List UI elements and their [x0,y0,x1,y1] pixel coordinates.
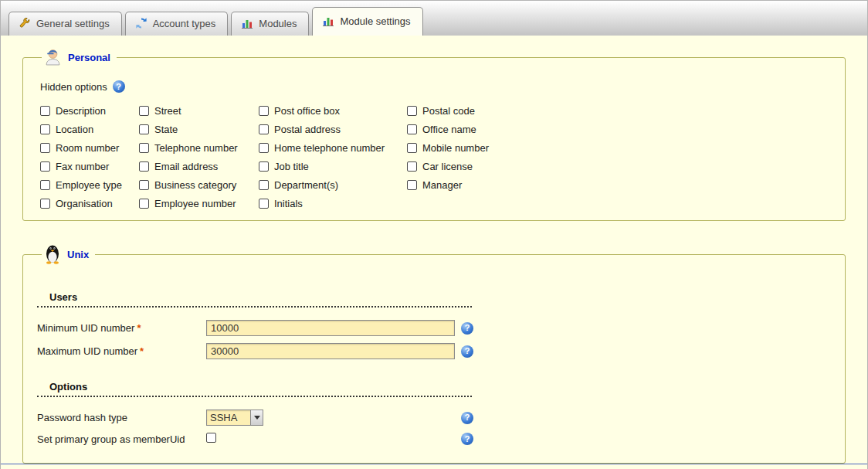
help-icon[interactable]: ? [113,80,125,93]
checkbox[interactable] [259,199,269,209]
checkbox[interactable] [139,124,149,134]
checkbox-label: State [154,124,178,135]
checkbox[interactable] [407,161,417,172]
unix-section: Unix Users Minimum UID number* ? Maximum… [22,243,846,464]
wrench-icon [19,17,31,29]
checkbox-telephone-number[interactable]: Telephone number [139,142,259,154]
tux-penguin-icon [43,243,62,267]
checkbox-mobile-number[interactable]: Mobile number [407,142,831,154]
checkbox-email-address[interactable]: Email address [139,161,259,172]
lam-configuration-page: General settings Account types [0,0,868,469]
maximum-uid-control [206,343,461,359]
bar-chart-icon [322,15,334,27]
checkbox[interactable] [407,106,417,116]
checkbox-office-name[interactable]: Office name [407,124,831,135]
checkbox-location[interactable]: Location [40,124,139,135]
checkbox[interactable] [139,180,149,190]
field-label-text: Maximum UID number [37,345,137,357]
checkbox-label: Employee number [154,198,236,209]
checkbox-state[interactable]: State [139,124,259,135]
help-icon[interactable]: ? [461,345,473,358]
member-uid-label: Set primary group as memberUid [37,433,206,445]
checkbox-home-telephone-number[interactable]: Home telephone number [259,142,407,154]
checkbox[interactable] [40,161,50,172]
checkbox[interactable] [139,199,149,209]
checkbox[interactable] [40,143,50,153]
checkbox-fax-number[interactable]: Fax number [40,161,139,172]
checkbox[interactable] [259,106,269,116]
checkbox[interactable] [259,161,269,172]
checkbox[interactable] [259,180,269,190]
tab-general-settings[interactable]: General settings [8,12,122,36]
checkbox-initials[interactable]: Initials [259,198,407,209]
checkbox-label: Telephone number [154,142,238,154]
tab-modules[interactable]: Modules [231,12,309,36]
maximum-uid-input[interactable] [206,343,455,359]
checkbox[interactable] [139,106,149,116]
minimum-uid-row: Minimum UID number* ? [37,320,831,336]
checkbox-business-category[interactable]: Business category [139,179,259,191]
options-section-title: Options [37,379,472,397]
hidden-options-checkbox-grid: Description Street Post office box Posta… [40,105,831,209]
chevron-down-icon [254,416,260,420]
tab-label: Module settings [340,15,410,27]
help-icon[interactable]: ? [461,322,473,335]
checkbox-label: Street [154,105,181,117]
module-settings-content: Personal Hidden options ? Description St… [1,36,867,464]
maximum-uid-label: Maximum UID number* [37,345,206,357]
checkbox-employee-number[interactable]: Employee number [139,198,259,209]
checkbox-post-office-box[interactable]: Post office box [259,105,407,117]
checkbox-manager[interactable]: Manager [407,179,831,191]
checkbox-label: Job title [274,161,309,172]
settings-tabbar: General settings Account types [1,1,867,36]
checkbox-departments[interactable]: Department(s) [259,179,407,191]
member-uid-checkbox[interactable] [206,433,216,443]
checkbox-car-license[interactable]: Car license [407,161,831,172]
checkbox-postal-code[interactable]: Postal code [407,105,831,117]
password-hash-row: Password hash type SSHA ? [37,410,831,426]
checkbox-label: Employee type [56,179,122,191]
checkbox-employee-type[interactable]: Employee type [40,179,139,191]
checkbox[interactable] [259,124,269,134]
required-marker: * [140,345,144,357]
checkbox-label: Home telephone number [274,142,385,154]
checkbox[interactable] [407,180,417,190]
checkbox-organisation[interactable]: Organisation [40,198,139,209]
checkbox[interactable] [40,106,50,116]
tab-account-types[interactable]: Account types [125,12,229,36]
tab-module-settings[interactable]: Module settings [312,7,422,36]
member-uid-control [206,433,461,445]
checkbox-postal-address[interactable]: Postal address [259,124,407,135]
help-icon[interactable]: ? [461,433,473,445]
checkbox[interactable] [407,124,417,134]
unix-legend: Unix [42,243,95,267]
password-hash-select[interactable]: SSHA [206,410,263,426]
required-marker: * [137,322,141,334]
dropdown-button[interactable] [250,410,263,425]
checkbox[interactable] [139,161,149,172]
checkbox[interactable] [40,199,50,209]
checkbox-label: Location [56,124,93,135]
hidden-options-row: Hidden options ? [40,80,831,93]
checkbox[interactable] [407,143,417,153]
checkbox-label: Email address [154,161,218,172]
personal-legend: Personal [42,46,117,68]
checkbox[interactable] [40,180,50,190]
checkbox-room-number[interactable]: Room number [40,142,139,154]
checkbox-label: Manager [422,179,462,191]
help-icon[interactable]: ? [461,412,473,424]
checkbox[interactable] [40,124,50,134]
checkbox-label: Department(s) [274,179,338,191]
checkbox-label: Office name [422,124,476,135]
checkbox-street[interactable]: Street [139,105,259,117]
checkbox[interactable] [259,143,269,153]
checkbox-job-title[interactable]: Job title [259,161,407,172]
checkbox-label: Organisation [56,198,113,209]
minimum-uid-input[interactable] [206,320,455,336]
checkbox[interactable] [139,143,149,153]
tab-label: Modules [259,18,297,29]
checkbox-description[interactable]: Description [40,105,139,117]
password-hash-control: SSHA [206,410,461,426]
refresh-icon [135,17,147,29]
unix-legend-label: Unix [67,249,89,260]
